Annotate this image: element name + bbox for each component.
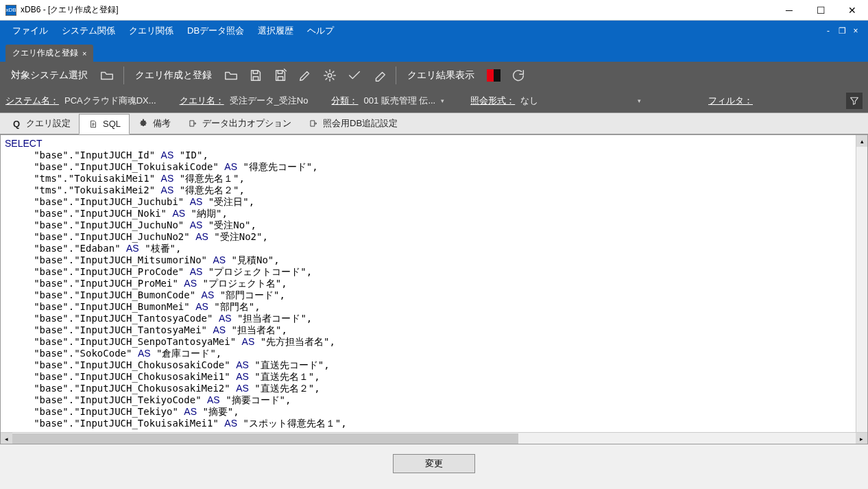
category-select[interactable]: 001 販売管理 伝... ▾: [363, 95, 447, 107]
system-name-label: システム名：: [5, 95, 59, 107]
menu-bar: ファイル システム関係 クエリ関係 DBデータ照会 選択履歴 ヘルプ - ❐ ×: [0, 21, 868, 41]
save-icon[interactable]: [245, 64, 267, 86]
menu-history[interactable]: 選択履歴: [251, 21, 300, 41]
mdi-close-button[interactable]: ×: [849, 24, 863, 38]
maximize-button[interactable]: ☐: [805, 0, 836, 21]
flag-icon[interactable]: [483, 64, 505, 86]
edit-icon[interactable]: [294, 64, 316, 86]
property-bar: システム名： PCAクラウド商魂DX... クエリ名： 受注データ_受注No 分…: [0, 89, 868, 112]
main-toolbar: 対象システム選択 クエリ作成と登録 クエリ結果表示: [0, 62, 868, 89]
tab-db-append[interactable]: 照会用DB追記設定: [300, 113, 406, 134]
svg-point-0: [328, 73, 332, 77]
system-name-value[interactable]: PCAクラウド商魂DX...: [64, 95, 156, 107]
query-result-display-button[interactable]: クエリ結果表示: [402, 65, 480, 86]
refresh-icon[interactable]: [507, 64, 529, 86]
tab-label: SQL: [103, 119, 121, 129]
tab-sql[interactable]: SQL: [79, 114, 130, 134]
horizontal-scrollbar[interactable]: ◂ ▸: [1, 432, 867, 444]
export-icon: [308, 118, 319, 129]
menu-help[interactable]: ヘルプ: [300, 21, 341, 41]
mdi-restore-button[interactable]: ❐: [835, 24, 849, 38]
script-icon: [88, 119, 99, 130]
tab-label: 照会用DB追記設定: [323, 117, 398, 130]
tab-output-options[interactable]: データ出力オプション: [179, 113, 300, 134]
scroll-left-icon[interactable]: ◂: [1, 433, 12, 444]
filter-label: フィルタ：: [708, 95, 753, 107]
mdi-minimize-button[interactable]: -: [821, 24, 835, 38]
chevron-down-icon: ▾: [438, 97, 447, 104]
window-title: xDB6 - [クエリ作成と登録]: [21, 4, 773, 16]
document-tab-bar: クエリ作成と登録 ×: [0, 41, 868, 62]
document-tab-label: クエリ作成と登録: [12, 47, 78, 59]
tab-label: データ出力オプション: [202, 117, 291, 130]
menu-query[interactable]: クエリ関係: [122, 21, 180, 41]
filter-icon[interactable]: [846, 93, 863, 109]
export-icon: [187, 118, 198, 129]
check-icon[interactable]: [343, 64, 365, 86]
change-button[interactable]: 変更: [393, 454, 475, 473]
menu-file[interactable]: ファイル: [5, 21, 55, 41]
footer-bar: 変更: [0, 444, 868, 482]
tab-query-settings[interactable]: Q クエリ設定: [3, 113, 79, 134]
category-label: 分類：: [331, 95, 358, 107]
settings-gear-icon[interactable]: [319, 64, 341, 86]
close-button[interactable]: ✕: [836, 0, 868, 21]
category-value: 001 販売管理 伝...: [363, 95, 435, 107]
menu-dbdata[interactable]: DBデータ照会: [180, 21, 251, 41]
ref-mode-select[interactable]: なし ▾: [520, 95, 644, 107]
save-as-icon[interactable]: [269, 64, 291, 86]
vertical-scrollbar[interactable]: ▴: [856, 135, 867, 433]
menu-system[interactable]: システム関係: [55, 21, 122, 41]
tab-remarks[interactable]: 備考: [130, 113, 179, 134]
editor-tabs: Q クエリ設定 SQL 備考 データ出力オプション 照会用DB追記設定: [0, 112, 868, 134]
open-query-icon[interactable]: [220, 64, 242, 86]
open-folder-icon[interactable]: [96, 64, 118, 86]
ref-mode-label: 照会形式：: [470, 95, 515, 107]
scroll-up-icon[interactable]: ▴: [856, 135, 868, 147]
query-name-label: クエリ名：: [180, 95, 224, 107]
puzzle-icon: [138, 118, 149, 129]
chevron-down-icon: ▾: [635, 97, 644, 104]
scroll-right-icon[interactable]: ▸: [856, 433, 867, 444]
target-system-select-button[interactable]: 対象システム選択: [5, 65, 93, 86]
magnifier-q-icon: Q: [11, 118, 22, 129]
query-create-register-button[interactable]: クエリ作成と登録: [130, 65, 217, 86]
tab-label: クエリ設定: [26, 117, 71, 130]
erase-icon[interactable]: [368, 64, 390, 86]
ref-mode-value: なし: [520, 95, 538, 107]
sql-editor[interactable]: SELECT "base"."InputJUCH_Id" AS "ID", "b…: [0, 134, 868, 444]
document-tab[interactable]: クエリ作成と登録 ×: [5, 45, 93, 62]
query-name-value[interactable]: 受注データ_受注No: [230, 95, 309, 107]
minimize-button[interactable]: ─: [773, 0, 805, 21]
title-bar: xDB xDB6 - [クエリ作成と登録] ─ ☐ ✕: [0, 0, 868, 21]
tab-label: 備考: [153, 117, 171, 130]
window-buttons: ─ ☐ ✕: [773, 0, 868, 21]
document-tab-close-icon[interactable]: ×: [82, 49, 86, 58]
scrollbar-thumb[interactable]: [12, 433, 518, 444]
app-icon: xDB: [5, 5, 16, 16]
